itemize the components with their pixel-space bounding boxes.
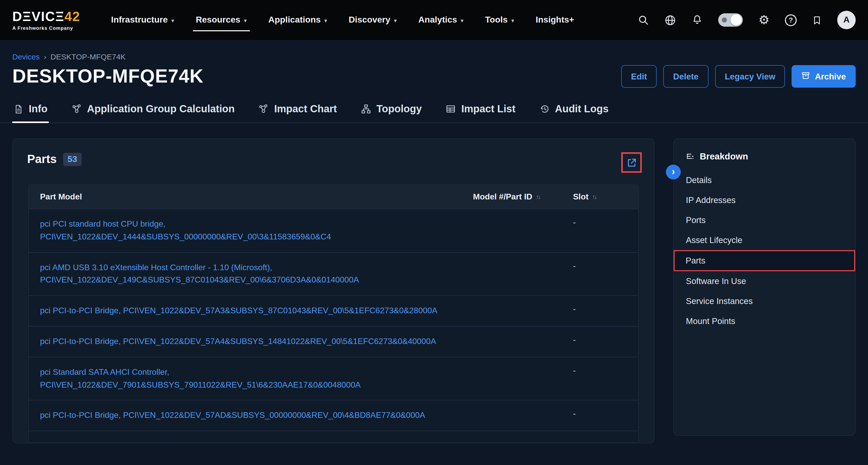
archive-label: Archive bbox=[815, 71, 846, 81]
part-model-link[interactable]: pci AMD USB 3.10 eXtensible Host Control… bbox=[40, 261, 473, 287]
tab-info[interactable]: Info bbox=[12, 99, 49, 123]
brand-name-white: DΞVICΞ bbox=[12, 8, 64, 24]
tab-label: Info bbox=[29, 103, 48, 115]
theme-toggle[interactable] bbox=[718, 13, 743, 27]
sidebar-item-software-in-use[interactable]: Software In Use bbox=[674, 271, 855, 291]
parts-table: Part Model Model #/Part ID↑↓ Slot↑↓ pci … bbox=[28, 185, 639, 443]
brand-tagline: A Freshworks Company bbox=[12, 25, 80, 31]
breadcrumb: Devices › DESKTOP-MFQE74K bbox=[0, 40, 868, 61]
edit-button[interactable]: Edit bbox=[621, 65, 657, 88]
tab-label: Audit Logs bbox=[555, 103, 609, 115]
column-header-model-part-id[interactable]: Model #/Part ID↑↓ bbox=[473, 192, 573, 201]
tab-label: Impact Chart bbox=[274, 103, 337, 115]
table-icon bbox=[445, 104, 456, 114]
archive-button[interactable]: Archive bbox=[792, 65, 856, 88]
sidebar-item-ports[interactable]: Ports bbox=[674, 210, 855, 230]
help-glyph: ? bbox=[785, 14, 797, 26]
sidebar-item-details[interactable]: Details bbox=[674, 170, 855, 190]
column-label: Part Model bbox=[40, 192, 82, 201]
tab-application-group-calculation[interactable]: Application Group Calculation bbox=[70, 99, 236, 123]
detail-tabs: Info Application Group Calculation Impac… bbox=[0, 99, 868, 123]
part-model-link[interactable]: pci PCI-to-PCI Bridge, PCI\VEN_1022&DEV_… bbox=[40, 409, 473, 422]
nav-item-insights[interactable]: Insights+ bbox=[534, 10, 575, 30]
sort-icon: ↑↓ bbox=[592, 193, 596, 200]
column-label: Slot bbox=[573, 192, 588, 201]
nav-label: Insights+ bbox=[535, 15, 574, 25]
breakdown-title: Breakdown bbox=[700, 151, 748, 162]
file-icon bbox=[13, 104, 24, 114]
column-label: Model #/Part ID bbox=[473, 192, 532, 201]
nav-label: Discovery bbox=[349, 15, 391, 25]
breadcrumb-devices-link[interactable]: Devices bbox=[12, 52, 40, 61]
device42-app: DΞVICΞ42 A Freshworks Company Infrastruc… bbox=[0, 0, 868, 465]
external-link-icon[interactable] bbox=[626, 157, 637, 168]
search-icon[interactable] bbox=[638, 14, 649, 26]
delete-button[interactable]: Delete bbox=[663, 65, 708, 88]
breakdown-panel: › Breakdown Details IP Addresses Ports A… bbox=[673, 138, 856, 436]
sidebar-item-parts[interactable]: Parts bbox=[674, 250, 855, 271]
nav-item-tools[interactable]: Tools▾ bbox=[484, 10, 515, 30]
annotation-box-external-link bbox=[621, 152, 642, 173]
help-icon[interactable]: ? bbox=[785, 14, 797, 26]
top-navbar: DΞVICΞ42 A Freshworks Company Infrastruc… bbox=[0, 0, 868, 40]
slot-cell: - bbox=[573, 218, 627, 227]
tab-audit-logs[interactable]: Audit Logs bbox=[538, 99, 610, 123]
nav-item-resources[interactable]: Resources▾ bbox=[195, 10, 248, 30]
page-title: DESKTOP-MFQE74K bbox=[12, 66, 204, 87]
parts-title: Parts bbox=[27, 152, 57, 166]
chevron-down-icon: ▾ bbox=[172, 17, 174, 24]
chevron-down-icon: ▾ bbox=[244, 17, 247, 24]
tab-label: Impact List bbox=[461, 103, 515, 115]
nav-item-applications[interactable]: Applications▾ bbox=[267, 10, 328, 30]
bell-icon[interactable] bbox=[692, 14, 703, 26]
legacy-view-button[interactable]: Legacy View bbox=[715, 65, 785, 88]
molecule-icon bbox=[258, 104, 269, 114]
column-header-part-model[interactable]: Part Model bbox=[40, 192, 473, 201]
sidebar-item-mount-points[interactable]: Mount Points bbox=[674, 311, 855, 331]
collapse-panel-button[interactable]: › bbox=[666, 165, 681, 179]
slot-cell: - bbox=[573, 304, 627, 314]
part-model-link[interactable]: pci PCI standard host CPU bridge, PCI\VE… bbox=[40, 218, 473, 243]
chevron-down-icon: ▾ bbox=[394, 17, 397, 24]
moon-icon bbox=[722, 18, 727, 23]
brand-name: DΞVICΞ42 bbox=[12, 9, 80, 23]
table-row-partial bbox=[29, 431, 638, 442]
history-icon bbox=[539, 104, 550, 114]
user-avatar[interactable]: A bbox=[837, 11, 856, 29]
tab-topology[interactable]: Topology bbox=[359, 99, 423, 123]
nav-label: Analytics bbox=[418, 15, 457, 25]
table-row: pci PCI standard host CPU bridge, PCI\VE… bbox=[29, 209, 638, 252]
tab-impact-list[interactable]: Impact List bbox=[444, 99, 516, 123]
slot-cell: - bbox=[573, 335, 627, 344]
bookmark-icon[interactable] bbox=[812, 14, 822, 25]
nav-item-analytics[interactable]: Analytics▾ bbox=[417, 10, 465, 30]
breakdown-header: Breakdown bbox=[674, 139, 855, 170]
slot-cell: - bbox=[573, 409, 627, 419]
sidebar-item-ip-addresses[interactable]: IP Addresses bbox=[674, 190, 855, 210]
chevron-down-icon: ▾ bbox=[511, 17, 514, 24]
column-header-slot[interactable]: Slot↑↓ bbox=[573, 192, 627, 201]
gear-icon[interactable]: ⚙ bbox=[758, 14, 770, 26]
sitemap-icon bbox=[361, 104, 371, 114]
table-row: pci Standard SATA AHCI Controller, PCI\V… bbox=[29, 357, 638, 400]
nav-label: Tools bbox=[485, 15, 507, 25]
sidebar-item-service-instances[interactable]: Service Instances bbox=[674, 291, 855, 311]
chevron-down-icon: ▾ bbox=[324, 17, 327, 24]
list-tree-icon bbox=[686, 152, 694, 161]
brand-logo[interactable]: DΞVICΞ42 A Freshworks Company bbox=[12, 9, 80, 31]
nav-item-infrastructure[interactable]: Infrastructure▾ bbox=[110, 10, 175, 30]
breadcrumb-current: DESKTOP-MFQE74K bbox=[51, 52, 126, 61]
breadcrumb-separator: › bbox=[44, 52, 46, 61]
part-model-link[interactable]: pci PCI-to-PCI Bridge, PCI\VEN_1022&DEV_… bbox=[40, 335, 473, 348]
parts-count-badge: 53 bbox=[63, 153, 82, 166]
brand-name-accent: 42 bbox=[64, 8, 80, 24]
globe-icon[interactable] bbox=[664, 14, 676, 26]
topbar-tools: ⚙ ? A bbox=[638, 11, 856, 29]
nav-label: Applications bbox=[268, 15, 321, 25]
parts-header: Parts 53 bbox=[27, 152, 640, 166]
part-model-link[interactable]: pci PCI-to-PCI Bridge, PCI\VEN_1022&DEV_… bbox=[40, 304, 473, 317]
tab-impact-chart[interactable]: Impact Chart bbox=[257, 99, 338, 123]
nav-item-discovery[interactable]: Discovery▾ bbox=[347, 10, 398, 30]
sidebar-item-asset-lifecycle[interactable]: Asset Lifecycle bbox=[674, 230, 855, 250]
part-model-link[interactable]: pci Standard SATA AHCI Controller, PCI\V… bbox=[40, 366, 473, 392]
